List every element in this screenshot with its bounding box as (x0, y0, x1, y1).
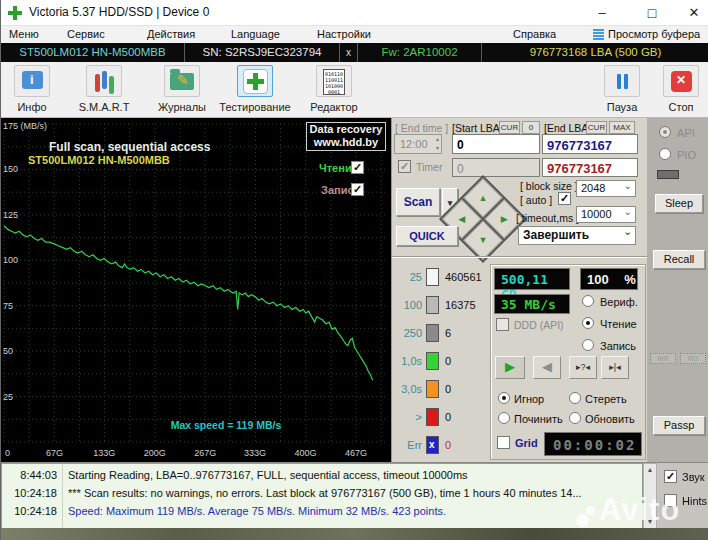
device-bar: ST500LM012 HN-M500MBB SN: S2RSJ9EC323794… (1, 43, 708, 62)
timeout-select[interactable]: 10000 (576, 206, 636, 223)
end-lba-input[interactable] (542, 134, 638, 154)
x-tick-label: 267G (194, 448, 216, 458)
start-lba-input[interactable] (452, 134, 540, 154)
auto-checkbox[interactable] (558, 192, 571, 205)
refresh-radio[interactable] (569, 412, 581, 424)
counter-box-1s (426, 352, 439, 370)
device-model: ST500LM012 HN-M500MBB (1, 43, 184, 62)
journals-button[interactable]: Журналы (144, 65, 220, 113)
seek-error-button[interactable]: ▸?◂ (569, 356, 597, 379)
api-radio[interactable] (659, 126, 671, 138)
scroll-up-icon[interactable]: ▲ (645, 465, 655, 475)
info-button[interactable]: Инфо (0, 65, 70, 113)
ddd-label: DDD (API) (514, 319, 564, 331)
testing-button[interactable]: Тестирование (217, 65, 293, 113)
graph-subtitle: ST500LM012 HN-M500MBB (28, 154, 170, 166)
pio-label: PIO (677, 149, 696, 161)
binary-document-icon (316, 65, 352, 97)
sound-checkbox[interactable] (664, 470, 677, 483)
x-tick-label: 0 (5, 448, 10, 458)
menu-item-settings[interactable]: Настройки (317, 28, 371, 40)
pio-radio[interactable] (659, 148, 671, 160)
read-speed-curve (4, 226, 373, 380)
write-radio[interactable] (582, 339, 594, 351)
speed-graph: 175 (MB/s)150125100755025067G133G200G267… (1, 118, 391, 462)
log-row: Starting Reading, LBA=0..976773167, FULL… (68, 469, 638, 481)
end-lba-2-input[interactable] (542, 158, 638, 177)
x-tick-label: 467G (345, 448, 367, 458)
verify-label: Вериф. (600, 296, 638, 308)
verify-radio[interactable] (582, 295, 594, 307)
repair-radio[interactable] (498, 412, 510, 424)
timer-checkbox[interactable] (398, 160, 411, 173)
finish-action-select[interactable]: Завершить (518, 226, 636, 245)
start-zero-button[interactable]: 0 (522, 121, 540, 134)
menu-bar: Меню Сервис Действия Language Настройки … (1, 26, 708, 43)
wr-button[interactable]: WR (650, 353, 676, 364)
erase-radio[interactable] (569, 392, 581, 404)
ignore-label: Игнор (514, 393, 544, 405)
erase-label: Стереть (585, 393, 627, 405)
repair-label: Починить (514, 413, 563, 425)
ignore-radio[interactable] (498, 392, 510, 404)
log-column-divider (62, 464, 63, 528)
menu-item-service[interactable]: Сервис (67, 28, 105, 40)
end-lba-label: [End LBA] (544, 122, 591, 134)
end-time-label: [ End time ] (395, 122, 448, 134)
play-button[interactable]: ▶ (495, 356, 525, 379)
info-icon (14, 65, 50, 97)
start-lba-label: [Start LBA] (452, 122, 503, 134)
block-size-select[interactable]: 2048 (576, 180, 636, 197)
log-row: *** Scan results: no warnings, no errors… (68, 487, 638, 499)
ddd-checkbox[interactable] (496, 318, 509, 331)
end-max-button[interactable]: MAX (609, 121, 635, 134)
size-lcd: 500,11 GB (494, 268, 570, 290)
legend-write-checkbox[interactable] (351, 183, 364, 196)
timeout-label: [ timeout,ms ] (516, 212, 579, 224)
start-lba-2-input[interactable] (452, 158, 540, 177)
api-label: API (677, 127, 695, 139)
y-tick-label: 100 (3, 255, 18, 265)
log-time: 10:24:18 (2, 487, 57, 499)
end-time-spinner[interactable]: 12:00 (394, 134, 442, 154)
avito-watermark: Avito (599, 492, 680, 528)
menu-item-menu[interactable]: Меню (9, 28, 39, 40)
control-panel: [ End time ] [Start LBA] CUR 0 [End LBA]… (391, 118, 647, 462)
graph-title: Full scan, sequential access (49, 140, 210, 154)
sleep-button[interactable]: Sleep (655, 194, 703, 213)
grid-checkbox[interactable] (497, 436, 510, 449)
counter-box-over (426, 408, 439, 426)
quick-button[interactable]: QUICK (396, 226, 458, 246)
scan-button[interactable]: Scan (396, 188, 440, 216)
counter-box-25ms (426, 268, 439, 286)
refresh-label: Обновить (585, 413, 635, 425)
menu-item-actions[interactable]: Действия (147, 28, 195, 40)
activity-led (657, 170, 679, 179)
log-row: Speed: Maximum 119 MB/s. Average 75 MB/s… (68, 505, 638, 517)
victoria-window: Victoria 5.37 HDD/SSD | Device 0 Меню Се… (0, 0, 708, 540)
close-button[interactable] (681, 0, 707, 26)
rewind-button[interactable]: ◀ (533, 356, 561, 379)
legend-read-checkbox[interactable] (351, 161, 364, 174)
rd-button[interactable]: RD (680, 353, 706, 364)
minimize-button[interactable] (585, 0, 619, 26)
menu-item-help[interactable]: Справка (513, 28, 556, 40)
device-close[interactable]: x (339, 43, 357, 62)
recall-button[interactable]: Recall (653, 250, 705, 269)
maximize-button[interactable] (635, 0, 669, 26)
editor-button[interactable]: Редактор (296, 65, 372, 113)
start-cur-button[interactable]: CUR (499, 121, 520, 134)
log-list[interactable]: 8:44:03 Starting Reading, LBA=0..9767731… (1, 463, 643, 529)
passp-button[interactable]: Passp (653, 416, 705, 435)
auto-label: [ auto ] (520, 194, 552, 206)
end-cur-button[interactable]: CUR (586, 121, 607, 134)
grid-label: Grid (515, 437, 538, 449)
smart-icon (86, 65, 122, 97)
read-radio[interactable] (582, 317, 594, 329)
menu-item-buffer-view[interactable]: Просмотр буфера (608, 28, 700, 40)
step-button[interactable]: ▸|◂ (601, 356, 629, 379)
smart-button[interactable]: S.M.A.R.T (66, 65, 142, 113)
counter-box-100ms (426, 296, 439, 314)
menu-item-language[interactable]: Language (231, 28, 280, 40)
stop-button[interactable]: Стоп (643, 65, 708, 113)
